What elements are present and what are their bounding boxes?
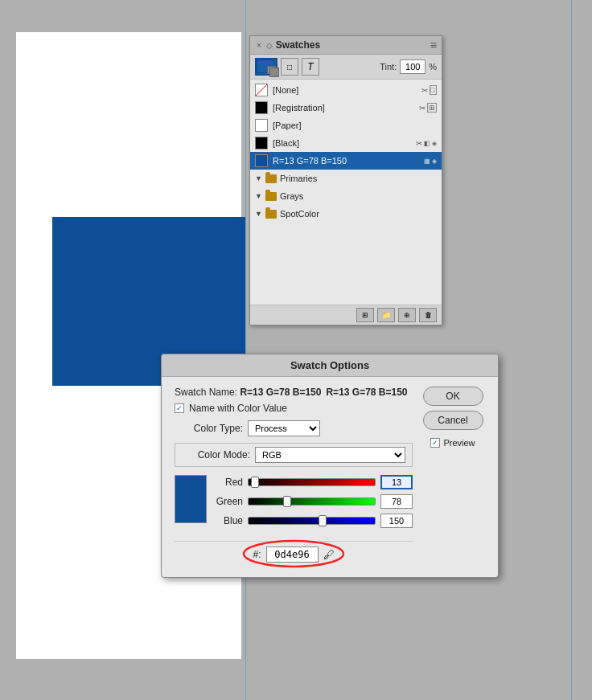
swatch-black-row[interactable]: [Black] ✂ ◧ ◈ [250,134,442,152]
red-slider-thumb[interactable] [251,477,259,488]
swatch-none-label: [None] [273,85,417,95]
panel-toolbar: ✗ □ T Tint: % [250,55,442,80]
dialog-titlebar: Swatch Options [162,354,498,377]
swatch-none-icons: ✂ □ [421,85,437,95]
swatch-blue-icons: ▦ ◈ [424,158,437,165]
color-sliders-area: Red Green [175,475,413,533]
red-value-input[interactable] [380,475,413,489]
swatch-options-dialog: Swatch Options Swatch Name: R=13 G=78 B=… [161,354,499,578]
panel-title-left: × ◇ Swatches [255,39,320,51]
green-value-input[interactable] [380,494,413,509]
group-grays-label: Grays [280,191,303,201]
color-preview-swatch [175,475,207,523]
color-type-select[interactable]: Process Spot [248,420,320,436]
text-icon: T [307,61,313,72]
group-spotcolor-row[interactable]: ▼ SpotColor [250,205,442,223]
panel-menu-button[interactable]: ≡ [430,39,437,51]
tint-input[interactable] [400,59,426,74]
blue-label: Blue [215,515,243,526]
swatch-blue-label: R=13 G=78 B=150 [273,156,419,166]
dialog-buttons: OK Cancel ✓ Preview [421,387,485,567]
name-with-color-checkbox[interactable]: ✓ [175,403,184,413]
guide-line-v [245,0,246,700]
preview-checkbox-row: ✓ Preview [430,438,475,448]
swatch-none-color [255,84,268,96]
panel-title: Swatches [276,39,320,51]
swatch-none-row[interactable]: [None] ✂ □ [250,81,442,99]
blue-slider-track[interactable] [248,517,376,525]
cancel-button[interactable]: Cancel [423,411,483,430]
hex-container: #: 🖋 [175,541,413,567]
swatch-blue-row[interactable]: R=13 G=78 B=150 ▦ ◈ [250,152,442,170]
ok-button[interactable]: OK [423,387,483,406]
swatch-blue-color [255,154,268,167]
preview-label: Preview [443,438,475,448]
tint-label: Tint: [380,62,397,72]
group-primaries-folder [265,174,277,183]
rectangle-swatch-button[interactable]: □ [281,58,298,76]
group-grays-folder [265,192,277,201]
red-slider-row: Red [215,475,413,489]
group-primaries-arrow: ▼ [255,174,262,182]
green-slider-thumb[interactable] [283,496,291,507]
name-with-color-label: Name with Color Value [189,403,287,414]
footer-new-color-button[interactable]: 📁 [377,308,395,322]
swatch-black-color [255,137,268,149]
color-mode-row: Color Mode: RGB CMYK Lab [175,443,413,467]
red-slider-track[interactable] [248,478,376,486]
green-slider-row: Green [215,494,413,509]
swatch-name-row: Swatch Name: R=13 G=78 B=150 R=13 G=78 B… [175,387,413,398]
green-label: Green [215,496,243,507]
swatch-black-icons: ✂ ◧ ◈ [416,139,437,148]
footer-delete-swatch-button[interactable]: 🗑 [419,308,437,322]
panel-collapse-button[interactable]: ◇ [266,41,273,50]
text-swatch-button[interactable]: T [302,58,319,76]
group-spotcolor-folder [265,210,277,219]
footer-new-color-group-button[interactable]: ⊞ [356,308,374,322]
blue-slider-row: Blue [215,514,413,528]
group-spotcolor-arrow: ▼ [255,210,262,218]
swatch-paper-label: [Paper] [273,121,437,130]
group-primaries-row[interactable]: ▼ Primaries [250,170,442,187]
swatch-name-label: Swatch Name: R=13 G=78 B=150 [175,387,321,398]
group-spotcolor-label: SpotColor [280,209,319,219]
group-grays-arrow: ▼ [255,192,262,200]
swatches-panel: × ◇ Swatches ≡ ✗ □ T Tint: % [None] ✂ □ [249,35,442,325]
red-label: Red [215,477,243,488]
fill-color-button[interactable]: ✗ [255,58,278,76]
dialog-title: Swatch Options [290,359,369,371]
color-type-label: Color Type: [175,423,243,434]
swatch-paper-row[interactable]: [Paper] [250,117,442,134]
sliders-container: Red Green [215,475,413,533]
swatch-registration-label: [Registration] [273,103,414,113]
panel-footer: ⊞ 📁 ⊕ 🗑 [250,305,442,325]
tint-percent: % [429,62,437,72]
swatch-name-value: R=13 G=78 B=150 [326,387,407,398]
panel-close-button[interactable]: × [255,41,263,50]
group-primaries-label: Primaries [280,174,317,183]
dialog-body: Swatch Name: R=13 G=78 B=150 R=13 G=78 B… [162,377,498,577]
color-mode-select[interactable]: RGB CMYK Lab [255,447,405,463]
preview-checkbox[interactable]: ✓ [430,438,440,448]
blue-value-input[interactable] [380,514,413,528]
rect-icon: □ [287,63,292,72]
swatch-list: [None] ✂ □ [Registration] ✂ ⊞ [Paper] [B… [250,80,442,305]
blue-slider-thumb[interactable] [319,515,327,526]
color-mode-label: Color Mode: [182,449,250,461]
hex-highlight-circle [241,538,346,569]
swatch-registration-icons: ✂ ⊞ [419,103,437,113]
swatch-list-empty [250,223,442,303]
group-grays-row[interactable]: ▼ Grays [250,187,442,205]
name-with-color-row: ✓ Name with Color Value [175,403,413,414]
color-type-row: Color Type: Process Spot [175,420,413,436]
swatch-black-label: [Black] [273,138,411,148]
swatch-registration-row[interactable]: [Registration] ✂ ⊞ [250,99,442,117]
guide-line-v2 [571,0,572,700]
swatch-paper-color [255,119,268,132]
dialog-main: Swatch Name: R=13 G=78 B=150 R=13 G=78 B… [175,387,413,567]
footer-add-swatch-button[interactable]: ⊕ [398,308,416,322]
panel-titlebar: × ◇ Swatches ≡ [250,36,442,55]
svg-point-0 [244,541,343,567]
swatch-registration-color [255,101,268,114]
green-slider-track[interactable] [248,497,376,506]
